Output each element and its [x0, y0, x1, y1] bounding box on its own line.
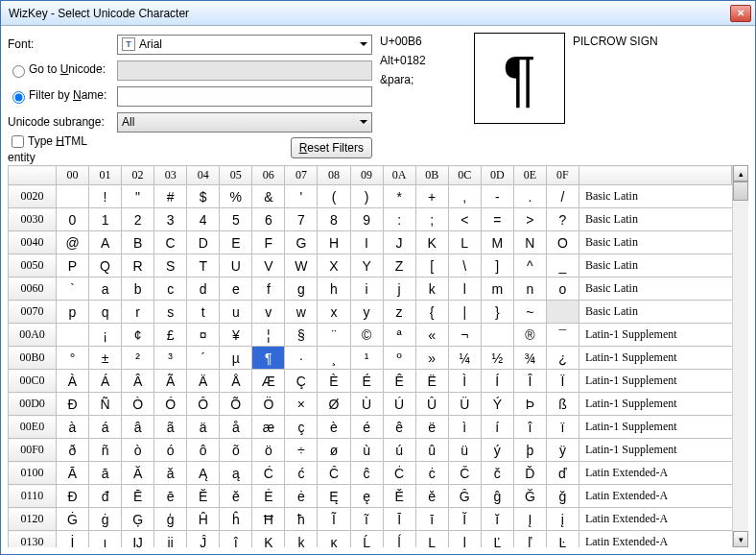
char-cell[interactable]: º [383, 347, 415, 370]
char-cell[interactable]: d [187, 278, 220, 301]
char-cell[interactable]: ~ [513, 301, 546, 324]
char-cell[interactable]: Ģ [122, 508, 154, 531]
char-cell[interactable]: ; [415, 208, 448, 231]
char-cell[interactable]: n [513, 278, 546, 301]
char-cell[interactable]: Ć [252, 462, 285, 485]
char-cell[interactable]: ù [350, 439, 383, 462]
char-cell[interactable]: ð [56, 439, 88, 462]
char-cell[interactable]: h [318, 278, 350, 301]
char-cell[interactable]: 1 [89, 208, 122, 231]
char-cell[interactable]: s [154, 301, 187, 324]
char-cell[interactable]: Ē [122, 485, 154, 508]
char-cell[interactable]: Ï [546, 370, 579, 393]
char-cell[interactable]: ì [448, 416, 481, 439]
char-cell[interactable]: ļ [448, 531, 481, 548]
char-cell[interactable]: ü [448, 439, 481, 462]
char-cell[interactable]: ª [383, 324, 415, 347]
char-cell[interactable]: j [383, 278, 415, 301]
char-cell[interactable]: Ĕ [187, 485, 220, 508]
char-cell[interactable]: c [154, 278, 187, 301]
char-cell[interactable]: Î [513, 370, 546, 393]
char-cell[interactable]: Ĵ [187, 531, 220, 548]
char-cell[interactable]: u [220, 301, 252, 324]
scroll-thumb[interactable] [733, 181, 748, 201]
char-cell[interactable]: į [546, 508, 579, 531]
char-cell[interactable]: Ú [383, 393, 415, 416]
char-cell[interactable]: 9 [350, 208, 383, 231]
char-cell[interactable]: Ì [448, 370, 481, 393]
char-cell[interactable]: x [318, 301, 350, 324]
char-cell[interactable]: B [122, 231, 154, 254]
char-cell[interactable]: t [187, 301, 220, 324]
char-cell[interactable]: ĝ [481, 485, 513, 508]
char-cell[interactable]: Í [481, 370, 513, 393]
char-cell[interactable]: Å [220, 370, 252, 393]
char-cell[interactable]: ² [122, 347, 154, 370]
char-cell[interactable]: ( [318, 185, 350, 208]
char-cell[interactable]: D [187, 231, 220, 254]
html-entity-check[interactable]: Type HTML entity [8, 133, 113, 164]
char-cell[interactable]: õ [220, 439, 252, 462]
char-cell[interactable]: Â [122, 370, 154, 393]
char-cell[interactable]: Ü [448, 393, 481, 416]
char-cell[interactable]: % [220, 185, 252, 208]
char-cell[interactable]: ľ [513, 531, 546, 548]
char-cell[interactable]: R [122, 254, 154, 278]
char-cell[interactable]: Ė [252, 485, 285, 508]
char-cell[interactable]: Ļ [415, 531, 448, 548]
char-cell[interactable]: Ù [350, 393, 383, 416]
char-cell[interactable]: ĥ [220, 508, 252, 531]
char-cell[interactable]: k [415, 278, 448, 301]
char-cell[interactable]: i [350, 278, 383, 301]
char-cell[interactable]: , [448, 185, 481, 208]
char-cell[interactable]: ¸ [318, 347, 350, 370]
reset-filters-button[interactable]: Reset Filters [291, 137, 372, 158]
char-cell[interactable]: : [383, 208, 415, 231]
filter-name-input[interactable] [117, 86, 372, 107]
char-cell[interactable]: ģ [154, 508, 187, 531]
char-cell[interactable]: ó [154, 439, 187, 462]
char-cell[interactable]: Ĥ [187, 508, 220, 531]
char-cell[interactable]: Ķ [252, 531, 285, 548]
char-cell[interactable]: Ě [383, 485, 415, 508]
close-button[interactable]: ✕ [730, 5, 751, 22]
char-cell[interactable]: æ [252, 416, 285, 439]
char-cell[interactable]: î [513, 416, 546, 439]
char-cell[interactable]: H [318, 231, 350, 254]
char-cell[interactable]: b [122, 278, 154, 301]
char-cell[interactable]: ' [285, 185, 318, 208]
char-cell[interactable]: ĺ [383, 531, 415, 548]
char-cell[interactable]: Ī [383, 508, 415, 531]
char-cell[interactable]: G [285, 231, 318, 254]
char-cell[interactable]: ú [383, 439, 415, 462]
char-cell[interactable]: £ [154, 324, 187, 347]
char-cell[interactable]: ³ [154, 347, 187, 370]
char-cell[interactable]: l [448, 278, 481, 301]
char-cell[interactable]: { [415, 301, 448, 324]
char-cell[interactable]: ! [89, 185, 122, 208]
char-cell[interactable]: q [89, 301, 122, 324]
scroll-up-button[interactable]: ▴ [733, 165, 748, 181]
char-cell[interactable]: ě [415, 485, 448, 508]
char-cell[interactable]: S [154, 254, 187, 278]
subrange-select[interactable]: All [117, 112, 372, 133]
char-cell[interactable]: f [252, 278, 285, 301]
char-cell[interactable]: Á [89, 370, 122, 393]
char-cell[interactable]: ç [285, 416, 318, 439]
char-cell[interactable]: + [415, 185, 448, 208]
char-cell[interactable]: ĩ [350, 508, 383, 531]
char-cell[interactable]: Û [415, 393, 448, 416]
char-cell[interactable]: ¬ [448, 324, 481, 347]
char-cell[interactable]: 4 [187, 208, 220, 231]
char-cell[interactable]: ´ [187, 347, 220, 370]
char-cell[interactable]: û [415, 439, 448, 462]
char-cell[interactable]: } [481, 301, 513, 324]
char-cell[interactable]: ï [546, 416, 579, 439]
char-cell[interactable]: @ [56, 231, 88, 254]
goto-unicode-radio[interactable]: Go to Unicode: [8, 62, 113, 78]
char-cell[interactable]: ¥ [220, 324, 252, 347]
char-cell[interactable]: ĭ [481, 508, 513, 531]
char-cell[interactable]: Ŀ [546, 531, 579, 548]
char-cell[interactable]: = [481, 208, 513, 231]
char-cell[interactable]: ą [220, 462, 252, 485]
